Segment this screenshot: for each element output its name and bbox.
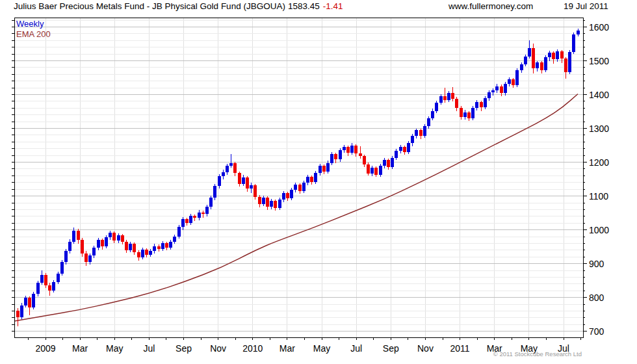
svg-text:May: May	[106, 343, 123, 354]
y-axis-labels: 7008009001000110012001300140015001600	[589, 22, 609, 337]
candle-down	[233, 163, 237, 174]
candle-up	[117, 235, 120, 240]
candle-up	[270, 201, 273, 207]
candle-down	[286, 193, 289, 198]
candle-up	[463, 112, 467, 117]
candle-up	[395, 151, 398, 158]
candle-down	[532, 48, 535, 68]
candle-up	[282, 193, 285, 199]
candle-down	[322, 166, 326, 172]
candle-down	[266, 198, 269, 207]
candle-up	[544, 57, 547, 70]
svg-text:Sep: Sep	[176, 343, 192, 354]
candle-up	[161, 243, 164, 248]
candle-up	[109, 233, 112, 237]
candle-down	[540, 62, 543, 70]
candle-up	[370, 168, 374, 174]
candle-up	[173, 237, 176, 242]
candle-up	[520, 64, 523, 70]
candle-down	[564, 58, 567, 72]
candle-up	[302, 183, 306, 191]
candle-up	[36, 283, 40, 294]
candle-up	[314, 173, 317, 182]
candle-up	[222, 172, 225, 176]
candle-down	[81, 240, 84, 254]
candle-up	[226, 166, 229, 172]
candle-up	[439, 96, 443, 103]
candle-down	[419, 130, 422, 136]
candle-down	[254, 185, 257, 197]
candle-up	[169, 242, 172, 248]
svg-text:900: 900	[589, 259, 604, 269]
candle-down	[165, 243, 168, 247]
candle-up	[153, 246, 156, 251]
svg-text:Jul: Jul	[350, 343, 362, 354]
candle-down	[246, 177, 249, 188]
candle-up	[399, 147, 402, 151]
candle-up	[92, 248, 96, 255]
candle-down	[403, 147, 406, 152]
candle-down	[334, 154, 337, 159]
candle-up	[52, 282, 55, 291]
candle-down	[274, 201, 277, 208]
candle-down	[460, 108, 463, 117]
candle-up	[229, 163, 233, 166]
legend-ema-label: EMA 200	[16, 29, 51, 40]
candle-up	[32, 294, 35, 307]
axis-ticks	[12, 20, 587, 340]
candle-down	[77, 231, 80, 240]
candle-down	[298, 185, 302, 191]
candle-down	[552, 53, 555, 59]
candle-up	[262, 198, 265, 204]
candles	[16, 29, 580, 327]
candle-up	[177, 227, 181, 237]
candle-down	[44, 275, 47, 285]
candle-up	[475, 102, 478, 108]
candle-up	[181, 219, 185, 227]
svg-text:700: 700	[589, 326, 604, 337]
candle-up	[218, 176, 221, 186]
candle-up	[491, 90, 495, 92]
candle-up	[129, 244, 132, 250]
candle-up	[339, 150, 342, 159]
candle-up	[435, 103, 438, 110]
candle-up	[350, 146, 354, 153]
candle-up	[294, 185, 297, 190]
candle-up	[577, 31, 580, 34]
candle-up	[508, 79, 511, 84]
candle-down	[354, 146, 358, 153]
candle-down	[258, 197, 261, 204]
svg-text:1400: 1400	[589, 90, 609, 100]
candle-down	[84, 254, 88, 261]
candle-up	[278, 200, 281, 209]
candle-up	[141, 250, 144, 257]
svg-text:2009: 2009	[35, 343, 55, 354]
candle-up	[20, 306, 23, 317]
candle-up	[572, 34, 575, 52]
candle-down	[28, 298, 31, 307]
candle-up	[548, 53, 551, 57]
candle-up	[242, 177, 245, 184]
candle-down	[137, 252, 140, 257]
chart-legend: Weekly EMA 200	[16, 19, 51, 40]
svg-text:Sep: Sep	[383, 343, 399, 354]
candle-up	[391, 158, 394, 167]
candle-up	[326, 163, 330, 172]
candle-up	[68, 242, 72, 251]
svg-text:Mar: Mar	[72, 343, 88, 354]
horizontal-gridlines	[14, 20, 583, 331]
candle-up	[423, 126, 426, 136]
candle-down	[48, 285, 51, 291]
candle-down	[443, 96, 447, 100]
candle-down	[16, 311, 20, 317]
svg-text:2010: 2010	[242, 343, 263, 354]
candle-up	[488, 92, 491, 98]
candle-up	[213, 186, 216, 198]
svg-text:1600: 1600	[589, 22, 609, 32]
candle-down	[202, 213, 205, 214]
candle-down	[374, 168, 378, 175]
candle-up	[306, 177, 309, 182]
candle-down	[480, 102, 483, 107]
candle-down	[346, 147, 350, 153]
candle-down	[359, 153, 362, 156]
